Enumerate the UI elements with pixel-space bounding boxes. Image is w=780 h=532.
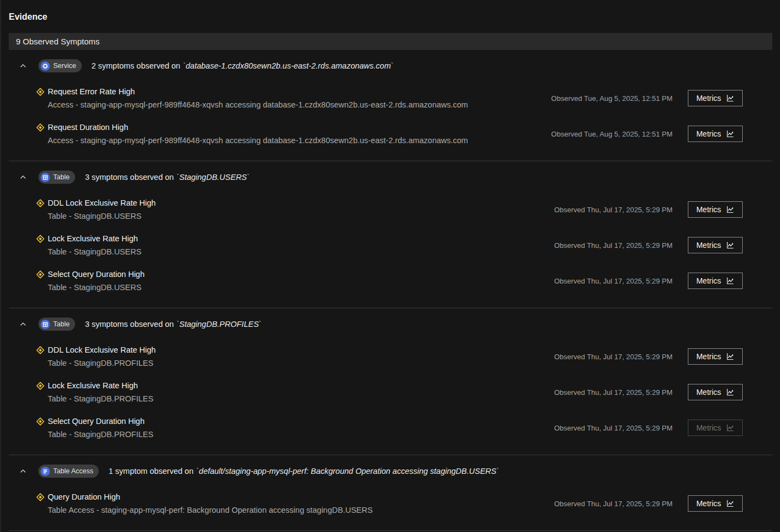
- observed-timestamp: Observed Thu, Jul 17, 2025, 5:29 PM: [554, 500, 672, 508]
- chevron-up-icon: [19, 62, 27, 70]
- metrics-button[interactable]: Metrics: [688, 201, 743, 218]
- group-header: Table Access 1 symptom observed on`defau…: [9, 465, 772, 478]
- collapse-chevron-button[interactable]: [19, 320, 27, 329]
- page-title: Evidence: [9, 12, 772, 22]
- line-chart-icon: [726, 352, 734, 361]
- line-chart-icon: [726, 388, 734, 397]
- group-summary-text: 3 symptoms observed on: [85, 173, 174, 182]
- group-summary: 3 symptoms observed on`StagingDB.PROFILE…: [85, 320, 262, 329]
- group-header: Service 2 symptoms observed on`database-…: [9, 59, 772, 72]
- group-header: Table 3 symptoms observed on`StagingDB.U…: [9, 171, 772, 184]
- table-icon: [41, 173, 50, 182]
- entity-name: StagingDB.PROFILES: [179, 320, 259, 329]
- symptom-title: Query Duration High: [48, 491, 372, 502]
- line-chart-icon: [726, 276, 734, 285]
- line-chart-icon: [726, 129, 734, 138]
- metrics-button[interactable]: Metrics: [688, 90, 743, 106]
- metrics-button[interactable]: Metrics: [688, 495, 743, 512]
- badge-label: Table: [53, 174, 70, 181]
- symptom-severity-diamond-icon: [36, 123, 44, 132]
- symptom-subtitle: Access - staging-app-mysql-perf-989ff464…: [48, 99, 468, 110]
- symptom-row: Query Duration High Table Access - stagi…: [36, 491, 743, 516]
- symptom-subtitle: Access - staging-app-mysql-perf-989ff464…: [48, 135, 468, 146]
- symptom-group: Table 3 symptoms observed on`StagingDB.P…: [9, 308, 772, 455]
- line-chart-icon: [726, 241, 734, 250]
- badge-label: Service: [53, 63, 76, 70]
- backtick: `: [247, 173, 250, 182]
- symptom-row: Select Query Duration High Table - Stagi…: [36, 269, 743, 293]
- group-summary-text: 2 symptoms observed on: [92, 61, 180, 70]
- symptom-rows: DDL Lock Exclusive Rate High Table - Sta…: [9, 344, 772, 440]
- symptom-title: DDL Lock Exclusive Rate High: [48, 344, 156, 355]
- symptom-rows: Query Duration High Table Access - stagi…: [9, 491, 772, 516]
- symptom-row: Lock Exclusive Rate High Table - Staging…: [36, 233, 743, 257]
- group-summary-text: 1 symptom observed on: [109, 467, 194, 476]
- observed-timestamp: Observed Thu, Jul 17, 2025, 5:29 PM: [554, 424, 672, 432]
- entity-name: StagingDB.USERS: [179, 173, 247, 182]
- symptom-subtitle: Table - StagingDB.PROFILES: [48, 429, 154, 440]
- symptom-subtitle: Table - StagingDB.USERS: [48, 246, 142, 257]
- symptom-group: Table 3 symptoms observed on`StagingDB.U…: [9, 161, 772, 308]
- entity-name: default/staging-app-mysql-perf: Backgrou…: [199, 467, 496, 476]
- symptom-subtitle: Table - StagingDB.USERS: [48, 211, 156, 222]
- symptom-title: DDL Lock Exclusive Rate High: [48, 197, 156, 208]
- line-chart-icon: [726, 423, 734, 432]
- symptom-severity-diamond-icon: [36, 235, 44, 243]
- symptom-row: DDL Lock Exclusive Rate High Table - Sta…: [36, 344, 743, 369]
- symptom-group: Service 2 symptoms observed on`database-…: [9, 50, 772, 161]
- metrics-button[interactable]: Metrics: [688, 384, 743, 400]
- symptom-subtitle: Table - StagingDB.PROFILES: [48, 358, 156, 369]
- badge-label: Table: [53, 321, 70, 328]
- entity-type-badge: Table Access: [38, 465, 99, 478]
- symptom-title: Lock Exclusive Rate High: [48, 380, 154, 391]
- group-summary: 1 symptom observed on`default/staging-ap…: [109, 467, 499, 476]
- chevron-up-icon: [19, 173, 27, 181]
- symptom-title: Select Query Duration High: [48, 269, 145, 280]
- table-badge-icon: [41, 173, 50, 182]
- metrics-button[interactable]: Metrics: [688, 126, 743, 142]
- collapse-chevron-button[interactable]: [19, 467, 27, 476]
- symptom-row: Lock Exclusive Rate High Table - Staging…: [36, 380, 743, 404]
- symptom-subtitle: Table - StagingDB.USERS: [48, 282, 145, 293]
- table-icon: [41, 320, 50, 329]
- symptom-severity-diamond-icon: [36, 199, 44, 207]
- chevron-up-icon: [19, 467, 27, 475]
- service-badge-icon: [41, 61, 50, 71]
- observed-timestamp: Observed Thu, Jul 17, 2025, 5:29 PM: [554, 241, 672, 250]
- symptom-row: DDL Lock Exclusive Rate High Table - Sta…: [36, 197, 743, 222]
- table-access-badge-icon: [41, 467, 50, 476]
- entity-type-badge: Service: [38, 59, 82, 72]
- metrics-button: Metrics: [688, 420, 743, 436]
- symptom-title: Lock Exclusive Rate High: [48, 233, 142, 244]
- collapse-chevron-button[interactable]: [19, 173, 27, 182]
- symptom-row: Request Error Rate High Access - staging…: [36, 86, 743, 110]
- symptom-subtitle: Table Access - staging-app-mysql-perf: B…: [48, 505, 372, 516]
- line-chart-icon: [726, 94, 734, 103]
- backtick: `: [496, 467, 499, 476]
- symptom-row: Select Query Duration High Table - Stagi…: [36, 416, 743, 440]
- backtick: `: [391, 61, 394, 70]
- line-chart-icon: [726, 205, 734, 214]
- group-header: Table 3 symptoms observed on`StagingDB.P…: [9, 318, 772, 331]
- table-badge-icon: [41, 320, 50, 329]
- metrics-button[interactable]: Metrics: [688, 237, 743, 253]
- symptom-group: Table Access 1 symptom observed on`defau…: [9, 455, 772, 531]
- symptom-subtitle: Table - StagingDB.PROFILES: [48, 393, 154, 404]
- observed-timestamp: Observed Thu, Jul 17, 2025, 5:29 PM: [554, 353, 672, 361]
- symptom-severity-diamond-icon: [36, 270, 44, 279]
- symptom-rows: DDL Lock Exclusive Rate High Table - Sta…: [9, 197, 772, 293]
- chevron-up-icon: [19, 320, 27, 328]
- observed-timestamp: Observed Thu, Jul 17, 2025, 5:29 PM: [554, 388, 672, 397]
- line-chart-icon: [726, 499, 734, 508]
- collapse-chevron-button[interactable]: [19, 61, 27, 70]
- symptom-severity-diamond-icon: [36, 88, 44, 96]
- entity-name: database-1.czdx80sewn2b.us-east-2.rds.am…: [186, 61, 391, 70]
- observed-symptoms-header[interactable]: 9 Observed Symptoms: [9, 33, 772, 50]
- badge-label: Table Access: [53, 468, 93, 475]
- evidence-panel: Evidence 9 Observed Symptoms Service 2 s…: [0, 12, 780, 531]
- symptom-title: Request Duration High: [48, 122, 468, 133]
- metrics-button[interactable]: Metrics: [688, 348, 743, 365]
- backtick: `: [259, 320, 262, 329]
- metrics-button[interactable]: Metrics: [688, 273, 743, 289]
- symptom-severity-diamond-icon: [36, 493, 44, 501]
